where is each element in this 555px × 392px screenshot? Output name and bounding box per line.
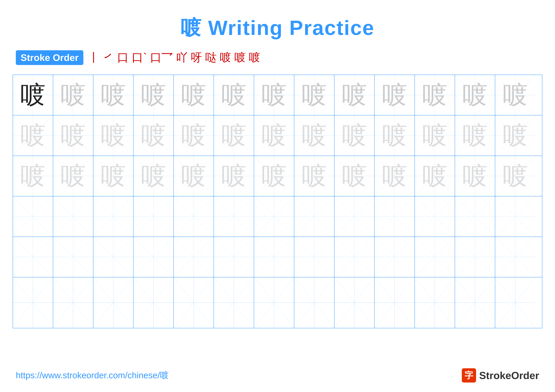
- svg-line-86: [174, 196, 214, 236]
- grid-row-2: 喥 喥 喥 喥: [13, 115, 542, 156]
- grid-row-3: 喥 喥 喥 喥: [13, 156, 542, 196]
- svg-line-131: [13, 277, 53, 328]
- grid-cell-1-2: 喥: [53, 75, 93, 115]
- svg-line-179: [495, 277, 535, 328]
- grid-cell-1-6: 喥: [214, 75, 254, 115]
- svg-line-129: [495, 237, 535, 277]
- footer: https://www.strokeorder.com/chinese/喥 字 …: [16, 368, 539, 383]
- footer-url: https://www.strokeorder.com/chinese/喥: [16, 370, 169, 381]
- grid-cell-2-6: 喥: [214, 115, 254, 156]
- grid-cell-4-3: [93, 196, 133, 236]
- grid-cell-4-1: [13, 196, 53, 236]
- grid-cell-6-4: [133, 277, 174, 328]
- grid-cell-6-3: [93, 277, 133, 328]
- grid-cell-4-13: [495, 196, 535, 236]
- grid-cell-4-4: [133, 196, 174, 236]
- grid-cell-3-2: 喥: [53, 156, 93, 196]
- svg-line-117: [254, 237, 294, 277]
- grid-cell-3-9: 喥: [335, 156, 375, 196]
- grid-cell-2-13: 喥: [495, 115, 535, 156]
- grid-cell-3-13: 喥: [495, 156, 535, 196]
- svg-line-114: [214, 237, 254, 277]
- grid-row-5: [13, 237, 542, 277]
- grid-cell-1-13: 喥: [495, 75, 535, 115]
- svg-line-78: [13, 196, 53, 236]
- svg-line-85: [133, 196, 173, 236]
- footer-logo: 字 StrokeOrder: [462, 368, 539, 383]
- svg-line-99: [415, 196, 455, 236]
- grid-cell-6-12: [455, 277, 495, 328]
- svg-line-82: [93, 196, 133, 236]
- grid-cell-5-8: [294, 237, 335, 277]
- grid-cell-2-8: 喥: [294, 115, 335, 156]
- grid-cell-3-6: 喥: [214, 156, 254, 196]
- svg-line-106: [53, 237, 93, 277]
- grid-cell-6-1: [13, 277, 53, 328]
- grid-cell-6-10: [375, 277, 415, 328]
- svg-line-100: [455, 196, 495, 236]
- grid-cell-4-11: [415, 196, 455, 236]
- grid-cell-3-5: 喥: [174, 156, 214, 196]
- grid-cell-6-7: [254, 277, 294, 328]
- svg-line-103: [495, 196, 535, 236]
- svg-line-102: [495, 196, 535, 236]
- grid-cell-3-4: 喥: [133, 156, 174, 196]
- stroke-step-11: 喥: [249, 50, 260, 65]
- svg-line-107: [53, 237, 93, 277]
- svg-line-80: [53, 196, 93, 236]
- svg-line-110: [133, 237, 173, 277]
- grid-cell-6-2: [53, 277, 93, 328]
- stroke-step-3: 口: [117, 50, 129, 65]
- grid-cell-3-12: 喥: [455, 156, 495, 196]
- svg-line-84: [133, 196, 173, 236]
- grid-cell-4-10: [375, 196, 415, 236]
- grid-cell-3-7: 喥: [254, 156, 294, 196]
- grid-cell-5-4: [133, 237, 174, 277]
- svg-line-170: [415, 277, 455, 328]
- stroke-step-5: 口乛: [150, 50, 173, 65]
- grid-cell-4-12: [455, 196, 495, 236]
- stroke-step-2: ㇒: [103, 50, 114, 65]
- svg-line-155: [254, 277, 294, 328]
- grid-cell-3-11: 喥: [415, 156, 455, 196]
- stroke-step-4: 口`: [132, 50, 147, 65]
- stroke-step-1: 丨: [88, 50, 100, 65]
- svg-line-113: [174, 237, 214, 277]
- grid-cell-5-3: [93, 237, 133, 277]
- grid-cell-3-8: 喥: [294, 156, 335, 196]
- svg-line-159: [294, 277, 334, 328]
- svg-line-109: [93, 237, 133, 277]
- grid-cell-1-3: 喥: [93, 75, 133, 115]
- svg-line-174: [455, 277, 495, 328]
- svg-line-150: [214, 277, 254, 328]
- grid-cell-6-5: [174, 277, 214, 328]
- svg-line-126: [455, 237, 495, 277]
- grid-row-1: 喥 喥 喥 喥: [13, 75, 542, 115]
- grid-cell-3-10: 喥: [375, 156, 415, 196]
- stroke-step-9: 喥: [220, 50, 231, 65]
- grid-cell-2-2: 喥: [53, 115, 93, 156]
- svg-line-96: [375, 196, 415, 236]
- grid-cell-5-10: [375, 237, 415, 277]
- svg-line-128: [495, 237, 535, 277]
- grid-cell-1-4: 喥: [133, 75, 174, 115]
- svg-line-88: [214, 196, 254, 236]
- svg-line-101: [455, 196, 495, 236]
- svg-line-98: [415, 196, 455, 236]
- stroke-step-7: 呀: [191, 50, 202, 65]
- svg-line-178: [495, 277, 535, 328]
- grid-cell-5-1: [13, 237, 53, 277]
- grid-cell-1-8: 喥: [294, 75, 335, 115]
- grid-cell-5-9: [335, 237, 375, 277]
- grid-cell-1-7: 喥: [254, 75, 294, 115]
- practice-grid: 喥 喥 喥 喥: [13, 75, 542, 328]
- svg-line-118: [294, 237, 334, 277]
- grid-cell-2-1: 喥: [13, 115, 53, 156]
- stroke-order-row: Stroke Order 丨 ㇒ 口 口` 口乛 吖 呀 哒 喥 喥 喥: [0, 42, 555, 70]
- footer-logo-icon: 字: [462, 368, 476, 383]
- grid-cell-5-7: [254, 237, 294, 277]
- svg-line-147: [174, 277, 214, 328]
- grid-cell-5-11: [415, 237, 455, 277]
- svg-line-93: [294, 196, 334, 236]
- grid-cell-5-6: [214, 237, 254, 277]
